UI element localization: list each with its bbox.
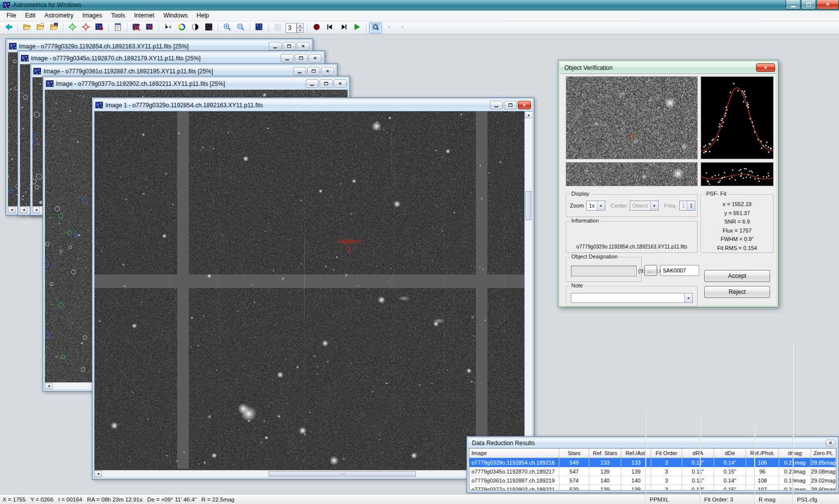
star-chart-button[interactable] (253, 22, 266, 33)
scroll-left-button[interactable]: ◄ (32, 207, 40, 213)
status-band: R mag (754, 423, 793, 504)
table-cell: 574 (559, 476, 589, 485)
scroll-left-button[interactable]: ◄ (94, 471, 102, 477)
color-composite-button[interactable] (175, 22, 188, 33)
starfield-canvas[interactable] (94, 111, 525, 469)
verification-image-canvas[interactable] (566, 77, 697, 159)
menu-internet[interactable]: Internet (129, 10, 159, 21)
active-image-canvas-area[interactable]: SAK0007 ▲ ▼ ◄ ► (94, 111, 532, 477)
reference-stars-button[interactable] (66, 22, 79, 33)
chevron-down-icon[interactable]: ▼ (684, 293, 692, 302)
accept-button[interactable]: Accept (704, 270, 770, 282)
menu-help[interactable]: Help (192, 10, 214, 21)
minimize-button[interactable] (490, 101, 503, 109)
close-button[interactable]: × (297, 42, 310, 50)
zoom-out-button[interactable] (234, 22, 247, 33)
vertical-scrollbar[interactable]: ▲ ▼ (524, 111, 532, 470)
information-group: Information o7779g0329o.1192854.ch.18921… (566, 221, 698, 253)
image-window-2-titlebar[interactable]: Image - o7779g0345o.1192870.ch.1892179.X… (19, 52, 323, 64)
load-images-button[interactable] (20, 22, 33, 33)
record-button[interactable] (310, 22, 323, 33)
app-close-button[interactable]: × (817, 0, 839, 9)
blink-compare-button[interactable] (162, 22, 175, 33)
dot-icon (398, 22, 407, 33)
table-cell: 520 (559, 485, 589, 491)
close-button[interactable]: × (334, 79, 347, 88)
menu-windows[interactable]: Windows (159, 10, 192, 21)
scroll-up-button[interactable]: ▲ (525, 111, 532, 118)
dialog-titlebar[interactable]: Object Verification × (560, 62, 777, 74)
close-button[interactable]: × (518, 101, 531, 109)
menu-tools[interactable]: Tools (106, 10, 129, 21)
step-back-icon (326, 22, 335, 33)
menu-edit[interactable]: Edit (20, 10, 40, 21)
vertical-scroll-thumb[interactable] (525, 191, 531, 220)
close-all-images-button[interactable] (143, 22, 156, 33)
report-button[interactable] (111, 22, 124, 33)
blink-frames-spinner[interactable]: ▲▼ (286, 23, 304, 33)
exit-button[interactable] (2, 22, 15, 33)
column-header[interactable]: Stars (559, 449, 589, 458)
spinner-up-button[interactable]: ▲ (297, 23, 304, 28)
menu-astrometry[interactable]: Astrometry (40, 10, 78, 21)
psf-profile-canvas (701, 77, 773, 159)
dot-icon (385, 22, 394, 33)
zoom-select[interactable]: 1x ▼ (586, 201, 605, 211)
verification-image-panel[interactable] (566, 76, 698, 159)
column-header[interactable]: Ref. Stars (589, 449, 621, 458)
minimize-button[interactable] (269, 42, 282, 50)
load-file-button[interactable] (34, 22, 47, 33)
close-button[interactable]: × (321, 67, 334, 75)
designation-browse-button[interactable]: ... (644, 265, 657, 276)
play-blink-button[interactable] (351, 22, 364, 33)
bad-pixel-button[interactable] (202, 22, 215, 33)
freq-label: Freq. (664, 203, 677, 209)
minimize-button[interactable] (293, 67, 306, 75)
reject-button[interactable]: Reject (704, 286, 770, 298)
horizontal-scrollbar[interactable]: ◄ ► (94, 470, 524, 477)
app-maximize-button[interactable] (801, 0, 816, 9)
psf-residual-canvas (701, 163, 773, 186)
scroll-left-button[interactable]: ◄ (20, 207, 27, 213)
table-cell: 549 (559, 458, 589, 467)
object-verification-dialog[interactable]: Object Verification × Display Zoom 1x ▼ (558, 60, 779, 307)
display-group-label: Display (570, 191, 591, 197)
column-header[interactable]: Image (469, 449, 559, 458)
status-catalog: PPMXL (645, 411, 700, 504)
chevron-down-icon[interactable]: ▼ (597, 201, 605, 210)
restore-button[interactable] (295, 54, 308, 62)
contrast-button[interactable] (189, 22, 202, 33)
image-window-4-titlebar[interactable]: Image - o7779g0377o.1192902.ch.1892211.X… (44, 78, 348, 90)
scroll-left-button[interactable]: ◄ (8, 207, 15, 213)
minimize-button[interactable] (306, 79, 319, 88)
load-fits-button[interactable] (47, 22, 60, 33)
moving-object-button[interactable] (93, 22, 106, 33)
object-verification-toggle[interactable] (369, 22, 382, 33)
zoom-in-button[interactable] (221, 22, 234, 33)
active-image-window[interactable]: Image 1 - o7779g0329o.1192854.ch.1892163… (92, 97, 534, 480)
horizontal-scroll-thumb[interactable] (269, 471, 416, 477)
dialog-close-button[interactable]: × (756, 63, 775, 72)
step-back-button[interactable] (324, 22, 337, 33)
designation-input[interactable] (660, 265, 699, 276)
active-window-titlebar[interactable]: Image 1 - o7779g0329o.1192854.ch.1892163… (94, 99, 532, 111)
restore-button[interactable] (504, 101, 517, 109)
close-image-button[interactable] (130, 22, 143, 33)
close-button[interactable]: × (309, 54, 322, 62)
app-minimize-button[interactable] (786, 0, 801, 9)
restore-button[interactable] (320, 79, 333, 88)
menu-file[interactable]: File (2, 10, 20, 21)
menu-images[interactable]: Images (78, 10, 106, 21)
restore-button[interactable] (307, 67, 320, 75)
spinner-down-button[interactable]: ▼ (297, 28, 304, 33)
restore-button[interactable] (283, 42, 296, 50)
toolbar: ▲▼ (0, 21, 839, 34)
red-target-icon (81, 22, 90, 33)
step-forward-button[interactable] (337, 22, 350, 33)
info-filename: o7779g0329o.1192854.ch.1892163.XY11.p11.… (566, 243, 697, 251)
object-marker-button[interactable] (79, 22, 92, 33)
minimize-button[interactable] (281, 54, 294, 62)
blink-frames-input[interactable] (286, 23, 297, 33)
note-select[interactable]: ▼ (571, 293, 693, 303)
scroll-left-button[interactable]: ◄ (45, 383, 52, 389)
